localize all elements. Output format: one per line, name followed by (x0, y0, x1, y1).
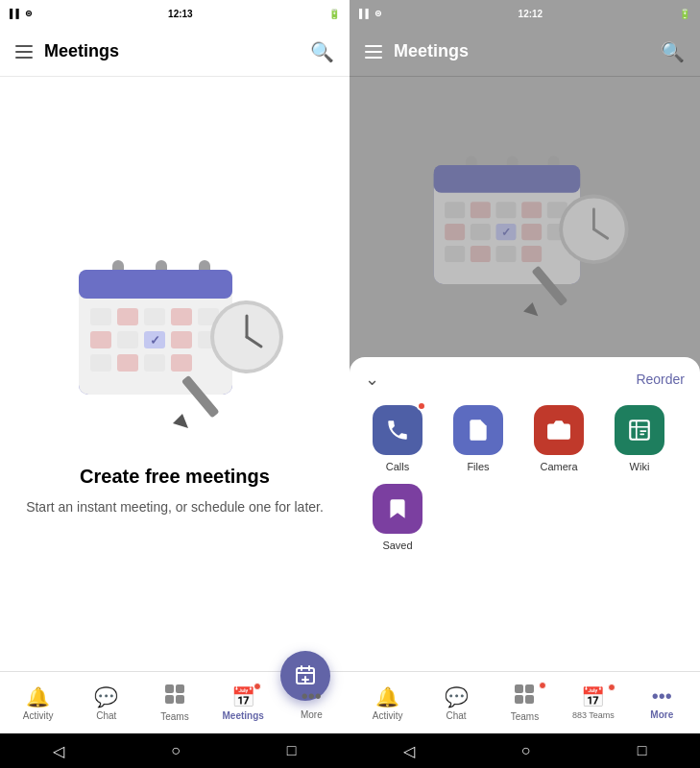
calls-badge (417, 401, 426, 411)
svg-rect-55 (470, 246, 490, 262)
activity-label-right: Activity (373, 710, 403, 721)
calendar-illustration-left: ✓ (60, 231, 290, 443)
bookmark-icon (385, 496, 410, 521)
nav-item-more-right[interactable]: ••• More (638, 685, 686, 720)
calendar-icon-right: 📅 (581, 685, 605, 708)
more-dots-icon-left: ••• (302, 685, 322, 708)
svg-rect-15 (171, 331, 192, 348)
nav-item-teams-left[interactable]: Teams (151, 684, 199, 722)
nav-item-activity-left[interactable]: 🔔 Activity (14, 685, 62, 721)
page-title-left: Meetings (44, 41, 119, 61)
wiki-icon-wrap (615, 405, 664, 455)
teams-label-right: Teams (511, 711, 539, 722)
nav-item-chat-left[interactable]: 💬 Chat (83, 685, 131, 721)
reorder-button[interactable]: Reorder (636, 372, 685, 387)
recent-button-right[interactable]: □ (638, 742, 647, 759)
svg-rect-36 (176, 695, 184, 704)
chat-icon-right: 💬 (445, 685, 469, 708)
app-item-camera[interactable]: Camera (526, 405, 591, 472)
app-item-files[interactable]: Files (446, 405, 511, 472)
svg-rect-46 (521, 202, 542, 218)
top-nav-left-group: Meetings (15, 41, 119, 61)
app-item-wiki[interactable]: Wiki (607, 405, 672, 472)
search-button-right[interactable]: 🔍 (661, 40, 685, 63)
back-button-left[interactable]: ◁ (53, 742, 64, 760)
nav-item-meetings-left[interactable]: 📅 Meetings (219, 685, 267, 721)
hamburger-menu-icon[interactable] (15, 45, 33, 59)
signal-bars-icon-right: ▌▌ (359, 9, 372, 18)
svg-rect-17 (90, 354, 111, 372)
svg-rect-56 (495, 246, 516, 262)
svg-rect-42 (433, 165, 579, 193)
calls-label: Calls (386, 461, 409, 472)
hamburger-menu-icon-right[interactable] (365, 45, 382, 59)
meetings-badge-right2 (608, 684, 616, 691)
nav-item-chat-right[interactable]: 💬 Chat (432, 685, 480, 721)
svg-rect-49 (470, 224, 490, 240)
home-button-left[interactable]: ○ (171, 742, 181, 759)
svg-rect-65 (630, 420, 649, 440)
chevron-down-icon[interactable]: ⌄ (365, 369, 379, 390)
svg-point-64 (555, 426, 564, 435)
saved-label: Saved (382, 540, 412, 551)
svg-rect-68 (515, 684, 523, 693)
bottom-sheet-right: ⌄ Reorder Calls (350, 357, 700, 672)
teams-grid-icon-right (514, 684, 535, 705)
teams-badge-right (539, 682, 546, 689)
top-nav-right: Meetings 🔍 (350, 27, 700, 77)
camera-icon-wrap (534, 405, 584, 455)
app-item-calls[interactable]: Calls (365, 405, 430, 472)
status-bar-right: ▌▌ ⊜ 12:12 🔋 (350, 0, 700, 27)
back-button-right[interactable]: ◁ (403, 742, 415, 760)
teams-grid-icon-left (164, 684, 185, 705)
bell-icon-right: 🔔 (375, 685, 399, 708)
svg-rect-20 (171, 354, 192, 372)
bell-icon-left: 🔔 (26, 685, 50, 708)
chat-label-right: Chat (447, 710, 467, 721)
calendar-add-icon (294, 664, 317, 687)
left-time: 12:13 (168, 9, 193, 19)
top-nav-left: Meetings 🔍 (0, 27, 350, 77)
nav-item-meetings-right[interactable]: 📅 883 Teams (569, 685, 617, 720)
files-icon-wrap (453, 405, 503, 455)
wiki-icon (627, 418, 652, 443)
search-button-left[interactable]: 🔍 (310, 40, 334, 63)
recent-button-left[interactable]: □ (287, 742, 297, 759)
calendar-svg-right: ✓ (415, 129, 636, 321)
nav-item-more-left[interactable]: ••• More (287, 685, 335, 720)
meetings-badge-left (253, 683, 261, 690)
svg-rect-7 (117, 308, 138, 325)
wifi-icon-right: ⊜ (374, 9, 382, 18)
activity-label-left: Activity (23, 710, 54, 721)
home-button-right[interactable]: ○ (521, 742, 531, 759)
nav-item-activity-right[interactable]: 🔔 Activity (364, 685, 412, 721)
svg-rect-8 (144, 308, 165, 325)
svg-rect-35 (165, 695, 174, 704)
nav-item-teams-right[interactable]: Teams (500, 684, 548, 722)
app-grid: Calls Files (365, 405, 685, 551)
file-icon (466, 418, 491, 443)
create-meetings-subtext: Start an instant meeting, or schedule on… (26, 497, 324, 517)
more-label-right: More (650, 709, 673, 720)
saved-icon-wrap (373, 484, 422, 534)
app-item-saved[interactable]: Saved (365, 484, 430, 551)
signal-bars-icon: ▌▌ (10, 9, 22, 18)
svg-rect-69 (525, 684, 534, 693)
svg-rect-57 (521, 246, 542, 262)
more-label-left: More (301, 709, 323, 720)
page-title-right: Meetings (394, 41, 469, 61)
teams-icon-left (164, 684, 185, 709)
svg-rect-12 (117, 331, 138, 348)
svg-rect-71 (525, 695, 534, 704)
sys-nav-left: ◁ ○ □ (0, 733, 350, 768)
right-time: 12:12 (519, 9, 543, 19)
meetings-label-left: Meetings (222, 710, 263, 721)
svg-rect-9 (171, 308, 192, 325)
svg-text:✓: ✓ (150, 333, 160, 348)
right-calendar-area: ✓ (350, 77, 700, 372)
battery-icon-right: 🔋 (679, 9, 690, 19)
svg-rect-5 (79, 270, 232, 299)
files-label: Files (467, 461, 489, 472)
top-nav-right-group: Meetings (365, 41, 469, 61)
right-battery-area: 🔋 (679, 9, 690, 19)
